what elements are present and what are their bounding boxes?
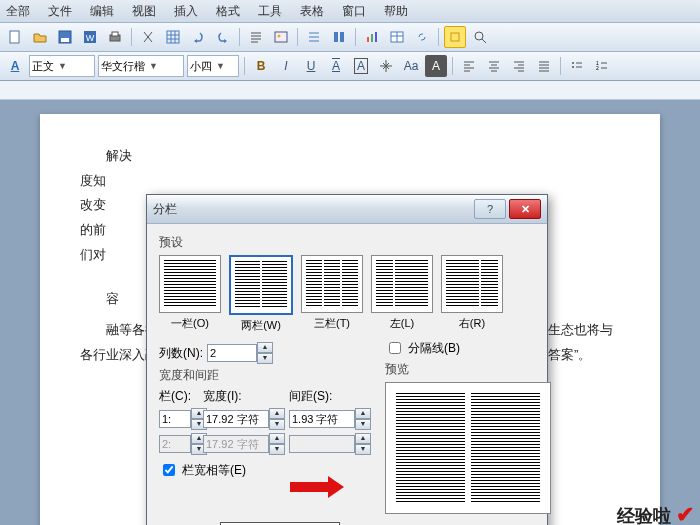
menu-bar: 全部 文件 编辑 视图 插入 格式 工具 表格 窗口 帮助 bbox=[0, 0, 700, 23]
svg-rect-11 bbox=[340, 32, 344, 42]
col-num[interactable]: ▲▼ bbox=[159, 408, 199, 430]
menu-insert[interactable]: 插入 bbox=[174, 3, 198, 20]
numbering-button[interactable]: 12 bbox=[591, 55, 613, 77]
table2-icon[interactable] bbox=[386, 26, 408, 48]
spin-down-icon[interactable]: ▼ bbox=[257, 353, 273, 364]
close-button[interactable]: ✕ bbox=[509, 199, 541, 219]
width-spacing-label: 宽度和间距 bbox=[159, 367, 379, 384]
new-doc-button[interactable] bbox=[4, 26, 26, 48]
cut-button[interactable] bbox=[137, 26, 159, 48]
align-left-button[interactable] bbox=[458, 55, 480, 77]
align-right-button[interactable] bbox=[508, 55, 530, 77]
help-button[interactable]: ? bbox=[474, 199, 506, 219]
menu-tools[interactable]: 工具 bbox=[258, 3, 282, 20]
svg-rect-13 bbox=[371, 34, 373, 42]
svg-point-19 bbox=[572, 66, 574, 68]
svg-rect-8 bbox=[275, 32, 287, 42]
svg-rect-14 bbox=[375, 32, 377, 42]
save-button[interactable] bbox=[54, 26, 76, 48]
presets-label: 预设 bbox=[159, 234, 535, 251]
chevron-down-icon: ▼ bbox=[149, 61, 158, 71]
svg-point-17 bbox=[475, 32, 483, 40]
dialog-titlebar[interactable]: 分栏 ? ✕ bbox=[147, 195, 547, 224]
dialog-body: 预设 一栏(O)两栏(W)三栏(T)左(L)右(R) 列数(N): ▲▼ 宽度和… bbox=[147, 224, 547, 525]
align-icon[interactable] bbox=[303, 26, 325, 48]
chevron-down-icon: ▼ bbox=[216, 61, 225, 71]
menu-table[interactable]: 表格 bbox=[300, 3, 324, 20]
crosshair-icon[interactable] bbox=[375, 55, 397, 77]
equal-width-input[interactable] bbox=[163, 464, 175, 476]
highlight-tool[interactable] bbox=[444, 26, 466, 48]
underline-button[interactable]: U bbox=[300, 55, 322, 77]
text-highlight-button[interactable]: A bbox=[425, 55, 447, 77]
table-button[interactable] bbox=[162, 26, 184, 48]
ruler bbox=[0, 81, 700, 100]
align-center-button[interactable] bbox=[483, 55, 505, 77]
case-button[interactable]: Aa bbox=[400, 55, 422, 77]
preset-左(L)[interactable]: 左(L) bbox=[371, 255, 433, 333]
svg-text:W: W bbox=[86, 33, 95, 43]
dialog-title: 分栏 bbox=[153, 201, 471, 218]
font-color-icon[interactable]: A bbox=[4, 55, 26, 77]
print-button[interactable] bbox=[104, 26, 126, 48]
preset-右(R)[interactable]: 右(R) bbox=[441, 255, 503, 333]
font-select[interactable]: 华文行楷▼ bbox=[98, 55, 184, 77]
italic-button[interactable]: I bbox=[275, 55, 297, 77]
col-space[interactable]: ▲▼ bbox=[289, 408, 371, 430]
separator-checkbox[interactable]: 分隔线(B) bbox=[385, 339, 535, 357]
cols-label: 列数(N): bbox=[159, 345, 203, 362]
chevron-down-icon: ▼ bbox=[58, 61, 67, 71]
preview-label: 预览 bbox=[385, 361, 535, 378]
separator bbox=[297, 28, 298, 46]
menu-file[interactable]: 文件 bbox=[48, 3, 72, 20]
preset-label: 右(R) bbox=[459, 316, 485, 331]
preset-label: 一栏(O) bbox=[171, 316, 209, 331]
undo-button[interactable] bbox=[187, 26, 209, 48]
width-row: ▲▼▲▼▲▼ bbox=[159, 433, 379, 455]
menu-format[interactable]: 格式 bbox=[216, 3, 240, 20]
redo-button[interactable] bbox=[212, 26, 234, 48]
menu-all[interactable]: 全部 bbox=[6, 3, 30, 20]
preview-box bbox=[385, 382, 551, 514]
menu-window[interactable]: 窗口 bbox=[342, 3, 366, 20]
align-justify-button[interactable] bbox=[533, 55, 555, 77]
bullets-button[interactable] bbox=[566, 55, 588, 77]
zoom-icon[interactable] bbox=[469, 26, 491, 48]
preview-column bbox=[396, 393, 465, 503]
columns-icon[interactable] bbox=[328, 26, 350, 48]
cols-spinner[interactable]: ▲▼ bbox=[207, 342, 273, 364]
preset-两栏(W)[interactable]: 两栏(W) bbox=[229, 255, 293, 333]
bold-button[interactable]: B bbox=[250, 55, 272, 77]
preset-三栏(T)[interactable]: 三栏(T) bbox=[301, 255, 363, 333]
col-width[interactable]: ▲▼ bbox=[203, 408, 285, 430]
width-row: ▲▼▲▼▲▼ bbox=[159, 408, 379, 430]
link-icon[interactable] bbox=[411, 26, 433, 48]
separator bbox=[239, 28, 240, 46]
separator-input[interactable] bbox=[389, 342, 401, 354]
paragraph-button[interactable] bbox=[245, 26, 267, 48]
equal-width-checkbox[interactable]: 栏宽相等(E) bbox=[159, 461, 246, 479]
svg-rect-12 bbox=[367, 37, 369, 42]
font-effect-button[interactable]: A bbox=[325, 55, 347, 77]
cols-input[interactable] bbox=[207, 344, 257, 362]
spin-up-icon[interactable]: ▲ bbox=[257, 342, 273, 353]
preset-list: 一栏(O)两栏(W)三栏(T)左(L)右(R) bbox=[159, 255, 535, 333]
char-border-button[interactable]: A bbox=[350, 55, 372, 77]
svg-point-9 bbox=[278, 35, 281, 38]
preset-一栏(O)[interactable]: 一栏(O) bbox=[159, 255, 221, 333]
insert-image-button[interactable] bbox=[270, 26, 292, 48]
menu-help[interactable]: 帮助 bbox=[384, 3, 408, 20]
separator bbox=[244, 57, 245, 75]
chart-icon[interactable] bbox=[361, 26, 383, 48]
menu-view[interactable]: 视图 bbox=[132, 3, 156, 20]
open-button[interactable] bbox=[29, 26, 51, 48]
style-select[interactable]: 正文▼ bbox=[29, 55, 95, 77]
size-select[interactable]: 小四▼ bbox=[187, 55, 239, 77]
svg-rect-6 bbox=[112, 32, 118, 36]
word-icon[interactable]: W bbox=[79, 26, 101, 48]
preset-label: 两栏(W) bbox=[241, 318, 281, 333]
space-header: 间距(S): bbox=[289, 388, 332, 405]
close-icon: ✕ bbox=[521, 203, 530, 216]
menu-edit[interactable]: 编辑 bbox=[90, 3, 114, 20]
standard-toolbar: W bbox=[0, 23, 700, 52]
